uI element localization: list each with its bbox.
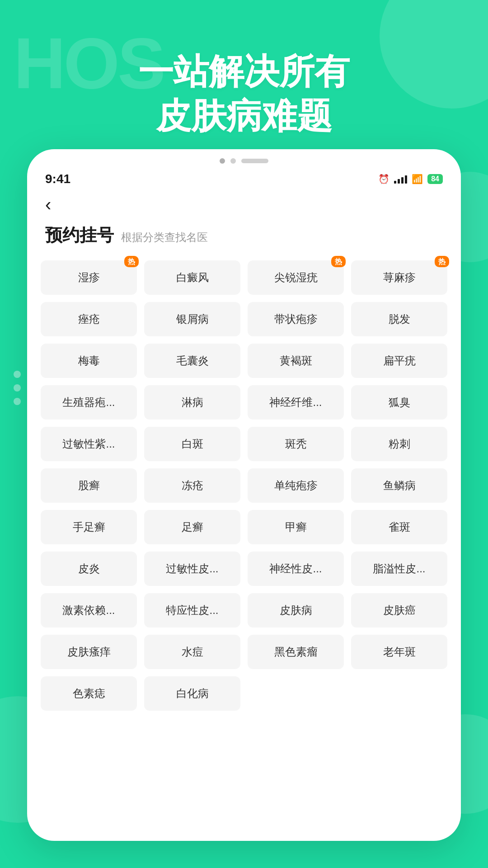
tag-item[interactable]: 雀斑 xyxy=(351,510,447,544)
back-button[interactable]: ‹ xyxy=(27,190,461,219)
phone-mockup: 9:41 ⏰ 📶 84 ‹ 预约挂号 根据分类查找名医 热湿疹白癜风热尖锐湿疣热… xyxy=(27,149,461,841)
tag-item[interactable]: 斑秃 xyxy=(248,427,344,461)
tag-item[interactable]: 白化病 xyxy=(144,676,240,711)
tag-item[interactable]: 神经性皮... xyxy=(248,552,344,586)
hero-line2: 皮肤病难题 xyxy=(156,96,332,136)
tag-label: 白癜风 xyxy=(176,271,209,283)
hero-line1: 一站解决所有 xyxy=(138,52,350,91)
tag-item[interactable]: 白癜风 xyxy=(144,260,240,295)
tag-item[interactable]: 皮肤病 xyxy=(248,593,344,627)
tag-label: 水痘 xyxy=(182,646,203,658)
signal-bars-icon xyxy=(394,175,407,184)
tag-label: 白化病 xyxy=(176,687,209,699)
tag-item[interactable]: 热荨麻疹 xyxy=(351,260,447,295)
tag-item[interactable]: 老年斑 xyxy=(351,635,447,669)
page-title-area: 预约挂号 根据分类查找名医 xyxy=(27,219,461,256)
tag-label: 淋病 xyxy=(182,396,203,408)
tag-item[interactable]: 皮炎 xyxy=(41,552,137,586)
signal-bar-2 xyxy=(398,179,400,184)
tag-label: 痤疮 xyxy=(78,313,100,325)
tag-label: 荨麻疹 xyxy=(383,271,416,283)
tag-item[interactable]: 激素依赖... xyxy=(41,593,137,627)
status-icons: ⏰ 📶 84 xyxy=(378,174,443,184)
tag-label: 足癣 xyxy=(182,521,203,533)
tag-label: 粉刺 xyxy=(389,438,410,450)
tag-item[interactable]: 黄褐斑 xyxy=(248,344,344,378)
tag-item[interactable]: 皮肤瘙痒 xyxy=(41,635,137,669)
signal-bar-1 xyxy=(394,181,396,184)
tag-label: 斑秃 xyxy=(285,438,307,450)
tag-item[interactable]: 淋病 xyxy=(144,385,240,420)
tag-label: 冻疮 xyxy=(182,479,203,491)
clock-icon: ⏰ xyxy=(378,174,389,184)
hot-badge: 热 xyxy=(124,256,139,267)
tag-item[interactable]: 色素痣 xyxy=(41,676,137,711)
tag-label: 生殖器疱... xyxy=(62,396,115,408)
hero-text: 一站解决所有 皮肤病难题 xyxy=(0,50,488,138)
back-icon: ‹ xyxy=(45,194,51,214)
tag-label: 皮肤瘙痒 xyxy=(67,646,111,658)
page-subtitle: 根据分类查找名医 xyxy=(121,230,208,245)
tag-item[interactable]: 过敏性紫... xyxy=(41,427,137,461)
tag-item[interactable]: 扁平疣 xyxy=(351,344,447,378)
tag-label: 银屑病 xyxy=(176,313,209,325)
signal-bar-4 xyxy=(405,175,407,184)
tag-item[interactable]: 过敏性皮... xyxy=(144,552,240,586)
indicator-dot-1 xyxy=(220,158,225,164)
tag-item[interactable]: 银屑病 xyxy=(144,302,240,336)
indicator-dot-2 xyxy=(230,158,236,164)
tag-item[interactable]: 白斑 xyxy=(144,427,240,461)
tag-item[interactable]: 脂溢性皮... xyxy=(351,552,447,586)
tag-label: 皮肤癌 xyxy=(383,604,416,616)
tag-label: 尖锐湿疣 xyxy=(274,271,318,283)
tag-item[interactable]: 冻疮 xyxy=(144,468,240,503)
hot-badge: 热 xyxy=(331,256,346,267)
tag-label: 神经性皮... xyxy=(269,562,322,575)
tag-label: 狐臭 xyxy=(389,396,410,408)
tag-item[interactable]: 痤疮 xyxy=(41,302,137,336)
tag-label: 鱼鳞病 xyxy=(383,479,416,491)
status-time: 9:41 xyxy=(45,172,70,186)
tag-item[interactable]: 单纯疱疹 xyxy=(248,468,344,503)
tag-item[interactable]: 甲癣 xyxy=(248,510,344,544)
tag-item[interactable]: 狐臭 xyxy=(351,385,447,420)
tag-item[interactable]: 股癣 xyxy=(41,468,137,503)
tag-label: 皮肤病 xyxy=(280,604,312,616)
page-indicators xyxy=(27,149,461,168)
tag-label: 甲癣 xyxy=(285,521,307,533)
tag-label: 老年斑 xyxy=(383,646,416,658)
tag-item[interactable]: 带状疱疹 xyxy=(248,302,344,336)
tag-item[interactable]: 鱼鳞病 xyxy=(351,468,447,503)
tag-item[interactable]: 生殖器疱... xyxy=(41,385,137,420)
tag-label: 过敏性紫... xyxy=(62,438,115,450)
tag-item[interactable]: 手足癣 xyxy=(41,510,137,544)
tag-item[interactable]: 热湿疹 xyxy=(41,260,137,295)
tag-item[interactable]: 毛囊炎 xyxy=(144,344,240,378)
tag-item[interactable]: 脱发 xyxy=(351,302,447,336)
tag-item[interactable]: 梅毒 xyxy=(41,344,137,378)
tag-label: 扁平疣 xyxy=(383,354,416,367)
tag-label: 湿疹 xyxy=(78,271,100,283)
tag-label: 雀斑 xyxy=(389,521,410,533)
tag-label: 过敏性皮... xyxy=(166,562,218,575)
tag-label: 单纯疱疹 xyxy=(274,479,318,491)
hot-badge: 热 xyxy=(435,256,449,267)
tag-label: 股癣 xyxy=(78,479,100,491)
tag-item[interactable]: 黑色素瘤 xyxy=(248,635,344,669)
tag-item[interactable]: 皮肤癌 xyxy=(351,593,447,627)
tag-label: 神经纤维... xyxy=(269,396,322,408)
tag-item[interactable]: 神经纤维... xyxy=(248,385,344,420)
signal-bar-3 xyxy=(401,177,404,184)
tag-label: 毛囊炎 xyxy=(176,354,209,367)
tag-label: 白斑 xyxy=(182,438,203,450)
tag-label: 皮炎 xyxy=(78,562,100,575)
tag-item[interactable]: 热尖锐湿疣 xyxy=(248,260,344,295)
tag-item[interactable]: 水痘 xyxy=(144,635,240,669)
tag-item[interactable]: 特应性皮... xyxy=(144,593,240,627)
page-title: 预约挂号 xyxy=(45,224,114,247)
tag-item[interactable]: 粉刺 xyxy=(351,427,447,461)
status-bar: 9:41 ⏰ 📶 84 xyxy=(27,168,461,190)
indicator-line xyxy=(241,159,268,163)
tag-item[interactable]: 足癣 xyxy=(144,510,240,544)
tag-label: 手足癣 xyxy=(73,521,105,533)
